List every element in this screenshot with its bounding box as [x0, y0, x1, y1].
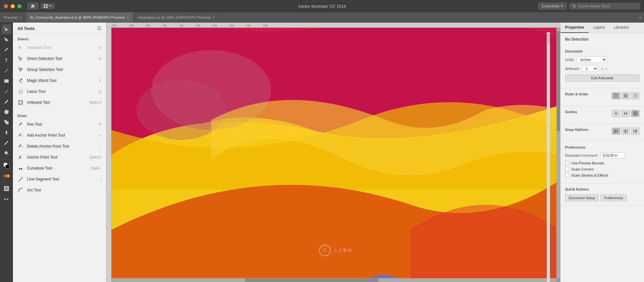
- toolbar-pencil-tool[interactable]: [2, 97, 11, 106]
- magic-wand-icon: [17, 77, 24, 84]
- toolbar-selection-tool[interactable]: [2, 24, 11, 34]
- toolbar-zoom-tool[interactable]: [2, 148, 11, 158]
- tool-direct-selection[interactable]: Direct Selection Tool A: [13, 53, 106, 64]
- scrollbar-corner: [556, 278, 560, 282]
- scroll-padding: [13, 196, 106, 202]
- tool-anchor-point[interactable]: Anchor Point Tool Shift+C: [13, 152, 106, 163]
- tool-delete-anchor[interactable]: − Delete Anchor Point Tool −: [13, 141, 106, 152]
- scale-corners-checkbox[interactable]: [565, 167, 569, 171]
- guides-icons: [612, 110, 639, 117]
- snap-right-btn[interactable]: [631, 128, 639, 135]
- svg-point-36: [19, 169, 20, 170]
- edit-artboards-btn[interactable]: Edit Artboards: [565, 74, 639, 82]
- tool-line-segment[interactable]: Line Segment Tool \: [13, 174, 106, 185]
- scale-strokes-checkbox[interactable]: [565, 173, 569, 177]
- section-select-label: Select:: [13, 34, 106, 42]
- tab-1-close[interactable]: ×: [20, 15, 22, 20]
- toolbar-color-indicator[interactable]: [2, 171, 11, 181]
- no-selection-label: No Selection: [561, 33, 644, 45]
- canvas-viewport[interactable]: © 人人素材: [111, 28, 560, 282]
- toolbar-artboard-mode[interactable]: [2, 184, 11, 193]
- toolbar-type-tool[interactable]: T: [2, 55, 11, 65]
- tool-group-selection[interactable]: Group Selection Tool: [13, 64, 106, 75]
- tab-collapse-btn[interactable]: ‹›: [635, 12, 644, 22]
- document-setup-btn[interactable]: Document Setup: [565, 194, 599, 201]
- toolbar-rotate-tool[interactable]: [2, 107, 11, 117]
- toolbar-fill-stroke[interactable]: [2, 161, 11, 170]
- toolbar-prev-artboard[interactable]: ◄►: [2, 194, 11, 204]
- artboard-row: Artboard: 1 ‹ ›: [565, 65, 639, 72]
- guide-cross-btn[interactable]: [612, 110, 620, 117]
- tool-magic-wand[interactable]: Magic Wand Tool Y: [13, 75, 106, 86]
- tab-layers[interactable]: Layers: [589, 23, 609, 33]
- tab-2-close[interactable]: ×: [127, 15, 129, 20]
- svg-point-37: [21, 169, 22, 170]
- tool-curvature[interactable]: Curvature Tool Shift+`: [13, 163, 106, 174]
- tool-arc[interactable]: Arc Tool: [13, 185, 106, 196]
- artboard-next-btn[interactable]: ›: [605, 66, 608, 71]
- preferences-btn[interactable]: Preferences: [601, 194, 627, 201]
- workspace-btn[interactable]: Essentials: [538, 3, 567, 10]
- artboard-select[interactable]: 1: [582, 65, 598, 72]
- dotgrid-icon-btn[interactable]: [631, 92, 639, 99]
- minimize-window-btn[interactable]: [11, 4, 15, 8]
- units-row: Units: Inches Pixels Centimeters Millime…: [565, 56, 639, 63]
- toolbar-pen-tool[interactable]: [2, 45, 11, 55]
- toolbar-line-tool[interactable]: [2, 66, 11, 75]
- units-select[interactable]: Inches Pixels Centimeters Millimeters Po…: [577, 56, 607, 63]
- artboard-prev-btn[interactable]: ‹: [601, 66, 604, 71]
- svg-rect-10: [6, 122, 8, 124]
- horizontal-scrollbar-thumb[interactable]: [245, 278, 379, 282]
- arc-name: Arc Tool: [27, 188, 98, 192]
- close-window-btn[interactable]: [4, 4, 8, 8]
- horizontal-scrollbar[interactable]: [111, 278, 556, 282]
- toolbar-direct-selection[interactable]: [2, 35, 11, 44]
- snap-left-btn[interactable]: [612, 128, 620, 135]
- keyboard-increment-input[interactable]: [601, 152, 625, 158]
- use-preview-bounds-checkbox[interactable]: [565, 161, 569, 165]
- snap-center-btn[interactable]: [621, 128, 630, 135]
- tab-1[interactable]: Preview) ×: [0, 12, 26, 22]
- tab-2[interactable]: AI_Community_illustration4.ai @ 300% (RG…: [26, 12, 133, 22]
- tool-lasso[interactable]: Lasso Tool Q: [13, 86, 106, 97]
- toolbar-rectangle-tool[interactable]: [2, 76, 11, 86]
- svg-point-61: [636, 95, 637, 96]
- canvas-with-ruler: © 人人素材: [106, 28, 560, 282]
- tab-3[interactable]: infographics.ai @ 150% (CMYK/GPU Preview…: [133, 12, 219, 22]
- toolbar-warp-tool[interactable]: [2, 128, 11, 137]
- maximize-window-btn[interactable]: [17, 4, 22, 8]
- grid-icon-btn[interactable]: [621, 92, 630, 99]
- tool-pen[interactable]: Pen Tool P: [13, 119, 106, 130]
- tool-selection[interactable]: Selection Tool V: [13, 42, 106, 53]
- magic-wand-name: Magic Wand Tool: [27, 78, 96, 83]
- workspace-switcher[interactable]: [41, 3, 54, 9]
- ruler-icon-btn[interactable]: [612, 92, 620, 99]
- toolbar-divider: [2, 159, 11, 160]
- svg-point-57: [635, 94, 636, 95]
- panel-scroll-area[interactable]: Select: Selection Tool V Direct Selectio…: [13, 34, 106, 282]
- toolbar-paintbrush-tool[interactable]: [2, 86, 11, 96]
- home-btn[interactable]: [27, 3, 38, 10]
- quick-actions-title: Quick Actions: [565, 187, 639, 191]
- svg-line-12: [7, 154, 8, 155]
- tab-libraries[interactable]: Libraries: [609, 23, 633, 33]
- search-adobe-stock[interactable]: Search Adobe Stock: [569, 3, 640, 9]
- guide-snap-btn[interactable]: [631, 110, 639, 117]
- tool-artboard[interactable]: Artboard Tool Shift+O: [13, 97, 106, 108]
- vertical-scrollbar[interactable]: [556, 28, 560, 278]
- guide-align-btn[interactable]: [621, 110, 630, 117]
- toolbar-eyedropper-tool[interactable]: [2, 138, 11, 148]
- add-anchor-icon: +: [17, 132, 24, 139]
- tab-properties[interactable]: Properties: [561, 23, 589, 33]
- tool-add-anchor[interactable]: + Add Anchor Point Tool +: [13, 130, 106, 141]
- svg-rect-0: [44, 4, 45, 6]
- line-segment-icon: [17, 176, 24, 182]
- guides-section: Guides: [561, 106, 644, 124]
- group-selection-icon: [17, 66, 24, 73]
- tab-1-label: Preview): [4, 15, 18, 19]
- toolbar-scale-tool[interactable]: [2, 117, 11, 127]
- tab-3-close[interactable]: ×: [213, 15, 215, 20]
- panel-menu-btn[interactable]: ☰: [97, 26, 101, 31]
- left-toolbar: T: [0, 23, 13, 282]
- vertical-scrollbar-thumb[interactable]: [557, 31, 560, 131]
